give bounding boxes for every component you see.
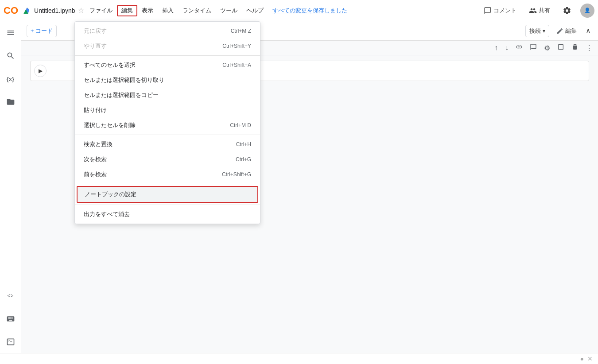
split-cell-icon[interactable] — [555, 43, 566, 53]
star-icon[interactable]: ☆ — [78, 6, 84, 15]
share-icon — [529, 7, 537, 15]
move-up-icon[interactable]: ↑ — [493, 43, 500, 53]
select-all-item[interactable]: すべてのセルを選択 Ctrl+Shift+A — [75, 58, 260, 73]
delete-cells-item[interactable]: 選択したセルを削除 Ctrl+M D — [75, 118, 260, 133]
redo-label: やり直す — [84, 42, 107, 50]
add-comment-icon[interactable] — [528, 43, 539, 53]
add-code-button[interactable]: + コード — [27, 25, 57, 37]
redo-item[interactable]: やり直す Ctrl+Shift+Y — [75, 39, 260, 54]
gear-icon — [563, 6, 571, 15]
divider-2 — [75, 135, 260, 135]
link-icon[interactable] — [514, 43, 524, 53]
share-label: 共有 — [539, 7, 550, 15]
sidebar-menu-icon[interactable] — [3, 25, 19, 41]
undo-shortcut: Ctrl+M Z — [231, 28, 251, 34]
add-code-label: + コード — [31, 27, 53, 35]
move-down-icon[interactable]: ↓ — [503, 43, 510, 53]
file-title: Untitled1.ipynb — [34, 7, 75, 14]
paste-item[interactable]: 貼り付け — [75, 103, 260, 118]
collapse-button[interactable]: ∧ — [584, 25, 593, 37]
edit-mode-button[interactable]: 編集 — [553, 25, 580, 37]
redo-shortcut: Ctrl+Shift+Y — [222, 43, 251, 49]
pencil-icon — [556, 27, 563, 35]
delete-cell-icon[interactable] — [570, 43, 580, 53]
undo-item[interactable]: 元に戻す Ctrl+M Z — [75, 23, 260, 39]
comment-icon — [484, 7, 492, 15]
clear-outputs-label: 出力をすべて消去 — [84, 210, 130, 218]
delete-cells-label: 選択したセルを削除 — [84, 121, 136, 129]
sidebar-code-icon[interactable]: <> — [3, 288, 19, 304]
divider-3 — [75, 184, 260, 184]
connect-chevron-icon: ▾ — [543, 28, 545, 34]
comment-button[interactable]: コメント — [480, 5, 520, 16]
copy-label: セルまたは選択範囲をコピー — [84, 91, 159, 99]
share-button[interactable]: 共有 — [525, 5, 554, 16]
app-logo: CO — [4, 5, 18, 16]
edit-label: 編集 — [565, 27, 577, 35]
run-cell-button[interactable]: ▶ — [34, 65, 47, 77]
status-close[interactable]: ✕ — [587, 355, 593, 362]
left-sidebar: {x} <> — [0, 21, 21, 364]
comment-label: コメント — [493, 7, 516, 15]
find-replace-label: 検索と置換 — [84, 140, 113, 148]
divider-1 — [75, 55, 260, 56]
find-replace-shortcut: Ctrl+H — [236, 141, 251, 147]
cut-label: セルまたは選択範囲を切り取り — [84, 76, 164, 84]
menu-help[interactable]: ヘルプ — [242, 5, 268, 16]
menu-runtime[interactable]: ランタイム — [178, 5, 216, 16]
edit-dropdown-menu: 元に戻す Ctrl+M Z やり直す Ctrl+Shift+Y すべてのセルを選… — [74, 21, 260, 224]
delete-cells-shortcut: Ctrl+M D — [230, 122, 251, 128]
find-next-label: 次を検索 — [84, 155, 107, 163]
clear-outputs-item[interactable]: 出力をすべて消去 — [75, 207, 260, 222]
select-all-shortcut: Ctrl+Shift+A — [222, 62, 251, 68]
sidebar-variables-icon[interactable]: {x} — [3, 71, 19, 87]
avatar[interactable]: 👤 — [580, 4, 594, 18]
find-prev-item[interactable]: 前を検索 Ctrl+Shift+G — [75, 167, 260, 182]
notebook-settings-label: ノートブックの設定 — [85, 190, 136, 198]
logo-o: O — [11, 5, 18, 16]
sidebar-files-icon[interactable] — [3, 94, 19, 110]
notebook-settings-item[interactable]: ノートブックの設定 — [77, 186, 258, 203]
sidebar-search-icon[interactable] — [3, 48, 19, 64]
file-info: Untitled1.ipynb ☆ ファイル 編集 表示 挿入 ランタイム ツー… — [23, 5, 480, 16]
find-next-shortcut: Ctrl+G — [236, 156, 251, 163]
divider-4 — [75, 205, 260, 205]
sidebar-terminal-icon[interactable] — [3, 334, 19, 350]
more-options-icon[interactable]: ⋮ — [584, 43, 594, 53]
cut-item[interactable]: セルまたは選択範囲を切り取り — [75, 73, 260, 88]
find-replace-item[interactable]: 検索と置換 Ctrl+H — [75, 137, 260, 152]
menu-file[interactable]: ファイル — [85, 5, 117, 16]
menu-insert[interactable]: 挿入 — [158, 5, 178, 16]
top-bar: CO Untitled1.ipynb ☆ ファイル 編集 表示 挿入 ランタイム… — [0, 0, 598, 21]
logo-c: C — [4, 5, 11, 16]
connect-label: 接続 — [529, 27, 541, 35]
menu-bar: ファイル 編集 表示 挿入 ランタイム ツール ヘルプ すべての変更を保存しまし… — [85, 5, 352, 16]
save-status: すべての変更を保存しました — [268, 5, 352, 16]
find-prev-label: 前を検索 — [84, 170, 107, 178]
select-all-label: すべてのセルを選択 — [84, 61, 136, 69]
paste-label: 貼り付け — [84, 106, 107, 114]
drive-icon — [23, 6, 31, 15]
top-right: コメント 共有 👤 — [480, 4, 594, 18]
menu-view[interactable]: 表示 — [137, 5, 158, 16]
menu-edit[interactable]: 編集 — [117, 5, 137, 16]
cell-settings-icon[interactable]: ⚙ — [542, 43, 552, 53]
sidebar-keyboard-icon[interactable] — [3, 311, 19, 327]
status-dot: ● — [580, 355, 584, 362]
connect-button[interactable]: 接続 ▾ — [525, 25, 549, 37]
menu-tools[interactable]: ツール — [216, 5, 242, 16]
undo-label: 元に戻す — [84, 27, 107, 35]
settings-button[interactable] — [559, 4, 575, 17]
find-prev-shortcut: Ctrl+Shift+G — [222, 171, 251, 178]
find-next-item[interactable]: 次を検索 Ctrl+G — [75, 152, 260, 167]
status-bar: ● ✕ — [0, 353, 598, 364]
copy-item[interactable]: セルまたは選択範囲をコピー — [75, 88, 260, 103]
